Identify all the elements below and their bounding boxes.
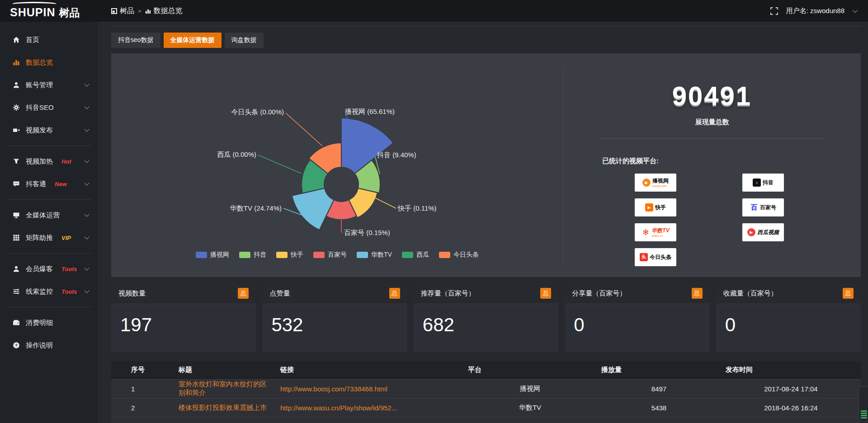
- stat-card-title: 推荐量（百家号）: [421, 289, 475, 298]
- platforms-title: 已统计的视频平台:: [602, 157, 861, 165]
- sidebar-item-tag: Tools: [61, 266, 77, 273]
- chevron-down-icon: [84, 81, 89, 86]
- breadcrumb: 树品 > 数据总览: [111, 6, 183, 16]
- wallet-icon: [12, 319, 20, 327]
- sidebar-item-label: 抖客通: [26, 180, 46, 188]
- breadcrumb-home[interactable]: 树品: [111, 6, 134, 16]
- legend-swatch: [276, 252, 288, 258]
- legend-swatch: [402, 252, 413, 258]
- pie-label: 西瓜 (0.00%): [217, 150, 256, 158]
- sidebar-divider: [6, 199, 91, 200]
- stat-card-value: 682: [414, 304, 558, 336]
- legend-swatch: [313, 252, 325, 258]
- user-menu-chevron-icon[interactable]: [853, 8, 858, 13]
- platform-logo-icon: ♪: [753, 179, 761, 187]
- platform-name: 抖音: [763, 180, 774, 185]
- platform-badge-西瓜视频: ▶西瓜视频: [742, 223, 784, 241]
- sidebar-divider: [6, 146, 91, 146]
- table-row-0: 1室外水纹灯和室内水纹灯的区别和简介http://www.boosj.com/7…: [111, 379, 861, 398]
- sidebar-item-12[interactable]: 会员爆客Tools: [0, 258, 98, 280]
- platform-badge-播视网: ▶播视网boosj.com: [635, 174, 676, 192]
- chevron-down-icon: [84, 234, 89, 239]
- total-impressions-value: 90491: [563, 80, 861, 111]
- sidebar-item-2[interactable]: 账号管理: [0, 74, 98, 96]
- logo-text-en: SHUPIN: [10, 6, 55, 19]
- rose-pie-chart: 播视网 (65.61%)抖音 (9.40%)快手 (0.11%)百家号 (0.1…: [111, 53, 563, 259]
- video-title-link[interactable]: 室外水纹灯和室内水纹灯的区别和简介: [179, 380, 267, 396]
- stat-card-value: 0: [716, 304, 861, 336]
- sidebar-item-9[interactable]: 全媒体运营: [0, 204, 98, 226]
- stat-card-value: 0: [565, 304, 709, 336]
- fullscreen-icon[interactable]: [770, 7, 778, 15]
- cell-index: 2: [127, 398, 174, 417]
- sidebar-item-label: 视频发布: [26, 126, 53, 135]
- overview-panel: 播视网 (65.61%)抖音 (9.40%)快手 (0.11%)百家号 (0.1…: [111, 53, 861, 277]
- summary-divider: [599, 138, 825, 139]
- username[interactable]: 用户名: zswodun88: [786, 7, 844, 15]
- legend-item-华数TV[interactable]: 华数TV: [357, 251, 392, 259]
- breadcrumb-current[interactable]: 数据总览: [145, 6, 183, 16]
- stat-card-4: 收藏量（百家号）总0: [716, 283, 861, 352]
- sidebar-item-3[interactable]: 抖音SEO: [0, 96, 98, 119]
- pie-slice-华数TV[interactable]: [292, 188, 334, 230]
- monitor-icon: [12, 212, 20, 219]
- sidebar-item-6[interactable]: 视频加热Hot: [0, 150, 98, 173]
- legend-item-今日头条[interactable]: 今日头条: [439, 251, 479, 259]
- legend-swatch: [239, 252, 250, 258]
- video-url-link[interactable]: http://www.wasu.cn/Play/show/id/952...: [280, 404, 397, 412]
- column-header-2: 链接: [276, 361, 463, 379]
- top-bar: SHUPIN 树品 树品 > 数据总览 用户名: zswodun88: [0, 0, 868, 22]
- legend-item-播视网[interactable]: 播视网: [196, 251, 229, 259]
- sidebar-item-label: 全媒体运营: [26, 211, 60, 220]
- sidebar-item-0[interactable]: 首页: [0, 28, 98, 51]
- total-badge: 总: [692, 288, 703, 299]
- tab-2[interactable]: 询盘数据: [225, 33, 264, 48]
- videos-table: 序号标题链接平台播放量发布时间 1室外水纹灯和室内水纹灯的区别和简介http:/…: [111, 361, 861, 423]
- stat-card-title: 点赞量: [269, 289, 290, 298]
- breadcrumb-separator: >: [138, 8, 142, 14]
- platform-logo-icon: 头: [640, 253, 648, 261]
- legend-item-抖音[interactable]: 抖音: [239, 251, 266, 259]
- pie-label: 今日头条 (0.00%): [231, 108, 284, 116]
- platform-logo-icon: 百: [750, 203, 758, 212]
- panel-divider: [563, 66, 564, 264]
- user-icon: [12, 265, 20, 273]
- legend-item-西瓜[interactable]: 西瓜: [402, 251, 429, 259]
- sidebar-item-7[interactable]: 抖客通New: [0, 173, 98, 195]
- stat-card-title: 收藏量（百家号）: [723, 289, 778, 298]
- platform-badges: ▶播视网boosj.com♪抖音▶快手百百家号✻华数TVwasu.cn▶西瓜视频…: [635, 174, 861, 266]
- platform-name: 华数TV: [651, 228, 669, 233]
- video-title-link[interactable]: 楼体投影灯投影效果震撼上市: [179, 404, 267, 411]
- legend-item-百家号[interactable]: 百家号: [313, 251, 347, 259]
- chart-legend: 播视网抖音快手百家号华数TV西瓜今日头条: [111, 251, 563, 259]
- platform-logo-icon: ▶: [645, 203, 653, 212]
- legend-swatch: [357, 252, 368, 258]
- cell-plays: 5438: [597, 398, 721, 417]
- sidebar-item-1[interactable]: 数据总览: [0, 51, 98, 74]
- chevron-down-icon: [84, 180, 89, 185]
- column-header-5: 发布时间: [721, 361, 861, 379]
- home-icon: [12, 36, 20, 44]
- cell-platform: 华数TV: [463, 398, 597, 417]
- cell-time: 2018-04-26 16:24: [721, 398, 861, 417]
- sidebar-item-10[interactable]: 矩阵助推VIP: [0, 226, 98, 249]
- tab-0[interactable]: 抖音seo数据: [111, 33, 160, 48]
- sidebar-item-label: 会员爆客: [26, 265, 53, 273]
- legend-item-快手[interactable]: 快手: [276, 251, 303, 259]
- sidebar-item-13[interactable]: 线索监控Tools: [0, 280, 98, 303]
- sidebar-item-15[interactable]: 消费明细: [0, 311, 98, 334]
- bar-chart-icon: [12, 59, 20, 66]
- video-publish-icon: [12, 127, 20, 134]
- tab-1[interactable]: 全媒体运营数据: [164, 33, 222, 48]
- video-url-link[interactable]: http://www.boosj.com/7338468.html: [280, 385, 387, 393]
- app-square-icon: [111, 8, 117, 14]
- legend-label: 华数TV: [371, 251, 392, 259]
- sidebar-item-4[interactable]: 视频发布: [0, 119, 98, 141]
- floating-tool-widget[interactable]: [859, 386, 868, 422]
- sidebar-item-16[interactable]: ?操作说明: [0, 334, 98, 357]
- column-header-4: 播放量: [597, 361, 721, 379]
- platform-name: 百家号: [760, 205, 776, 210]
- stat-card-title: 分享量（百家号）: [572, 289, 626, 298]
- platform-name: 西瓜视频: [757, 230, 779, 235]
- chevron-down-icon: [84, 288, 89, 293]
